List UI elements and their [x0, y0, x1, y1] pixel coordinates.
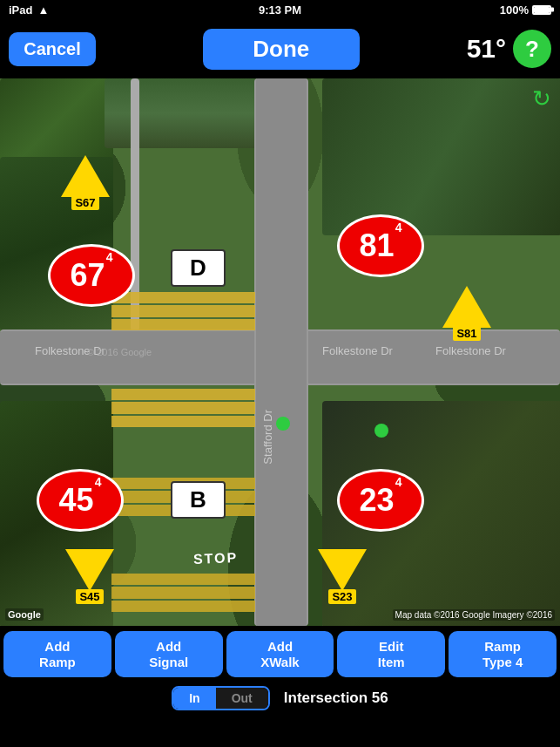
add-xwalk-button[interactable]: Add XWalk: [226, 631, 334, 677]
top-toolbar: Cancel Done 51° ?: [0, 19, 560, 78]
ramp-type-line1: Ramp: [484, 639, 521, 655]
crosswalk-stripe: [111, 305, 255, 316]
tree-patch-tr: [322, 78, 560, 235]
green-dot-1: [276, 417, 290, 431]
stafford-road: [254, 78, 308, 626]
tree-patch-tl: [0, 78, 113, 166]
help-icon: ?: [525, 36, 539, 63]
green-dot-2: [374, 424, 388, 438]
badge-23-number: 23: [360, 485, 395, 516]
triangle-shape-s23: [318, 549, 367, 591]
edit-item-line2: Item: [378, 655, 405, 670]
in-out-toggle: In Out: [172, 686, 270, 710]
ramp-type-line2: Type 4: [482, 655, 523, 670]
badge-23-sup: 4: [395, 475, 402, 489]
google-watermark: Google: [5, 608, 44, 621]
carrier-label: iPad: [9, 3, 32, 17]
battery-icon: [532, 5, 551, 15]
triangle-label-s23: S23: [328, 589, 355, 604]
triangle-label-s45: S45: [76, 589, 103, 604]
add-ramp-button[interactable]: Add Ramp: [3, 631, 111, 677]
add-xwalk-line2: XWalk: [260, 655, 299, 670]
intersection-label: Intersection 56: [284, 689, 388, 707]
triangle-shape-s45: [65, 549, 114, 591]
badge-81-number: 81: [360, 230, 395, 261]
crosswalk-lower-bottom: [111, 574, 255, 612]
folkestone-label-2: Folkestone Dr: [322, 344, 393, 357]
badge-45-number: 45: [59, 485, 94, 516]
badge-45[interactable]: 454: [37, 469, 124, 532]
battery-fill: [534, 7, 550, 13]
stop-sign: STOP: [193, 550, 239, 567]
stafford-label: Stafford Dr: [261, 410, 274, 465]
crosswalk-stripe: [111, 416, 255, 427]
folkestone-label-3: Folkestone Dr: [435, 344, 506, 357]
toggle-out-button[interactable]: Out: [216, 688, 268, 709]
refresh-icon[interactable]: ↻: [532, 85, 551, 112]
badge-45-sup: 4: [95, 475, 102, 489]
triangle-s23[interactable]: S23: [318, 549, 367, 604]
add-ramp-line2: Ramp: [39, 655, 76, 670]
triangle-label-s67: S67: [71, 195, 98, 210]
status-right: 100%: [500, 3, 551, 17]
status-left: iPad ▲: [9, 3, 49, 17]
action-buttons: Add Ramp Add Signal Add XWalk Edit Item …: [0, 626, 560, 682]
add-ramp-line1: Add: [44, 639, 70, 655]
done-button[interactable]: Done: [203, 29, 360, 70]
add-signal-line2: Signal: [149, 655, 188, 670]
triangle-label-s81: S81: [453, 326, 480, 341]
crosswalk-stripe: [111, 389, 255, 400]
box-label-d[interactable]: D: [171, 249, 226, 287]
crosswalk-top: [111, 292, 255, 330]
crosswalk-stripe: [111, 402, 255, 413]
triangle-s45[interactable]: S45: [65, 549, 114, 604]
badge-81-sup: 4: [395, 221, 402, 234]
edit-item-line1: Edit: [379, 639, 403, 655]
badge-23[interactable]: 234: [337, 469, 424, 532]
copyright-label: © 2016 Google: [87, 347, 152, 357]
cancel-button[interactable]: Cancel: [9, 32, 96, 66]
crosswalk-stripe: [111, 587, 255, 598]
triangle-shape-s67: [61, 155, 110, 197]
add-signal-button[interactable]: Add Signal: [115, 631, 223, 677]
add-xwalk-line1: Add: [267, 639, 293, 655]
bottom-toolbar: Add Ramp Add Signal Add XWalk Edit Item …: [0, 626, 560, 713]
triangle-s67[interactable]: S67: [61, 155, 110, 210]
road-patch-top: [105, 78, 257, 148]
battery-percent: 100%: [500, 3, 529, 17]
crosswalk-stripe: [111, 319, 255, 330]
edit-item-button[interactable]: Edit Item: [337, 631, 445, 677]
badge-67[interactable]: 674: [48, 244, 135, 307]
status-bar: iPad ▲ 9:13 PM 100%: [0, 0, 560, 19]
toolbar-right: 51° ?: [467, 30, 551, 68]
ramp-type-button[interactable]: Ramp Type 4: [449, 631, 557, 677]
badge-81[interactable]: 814: [337, 214, 424, 277]
triangle-shape-s81: [442, 286, 491, 328]
badge-67-sup: 4: [106, 250, 113, 264]
map-area[interactable]: Folkestone Dr Folkestone Dr Folkestone D…: [0, 78, 560, 626]
crosswalk-stripe: [111, 574, 255, 585]
add-signal-line1: Add: [156, 639, 181, 655]
map-attribution: Map data ©2016 Google Imagery ©2016: [393, 609, 555, 621]
triangle-s81[interactable]: S81: [442, 286, 491, 341]
temperature-display: 51°: [467, 34, 506, 64]
crosswalk-stripe: [111, 601, 255, 612]
wifi-icon: ▲: [37, 3, 49, 17]
help-button[interactable]: ?: [513, 30, 551, 68]
crosswalk-bottom: [111, 389, 255, 427]
crosswalk-stripe: [111, 292, 255, 303]
badge-67-number: 67: [71, 260, 105, 291]
time-display: 9:13 PM: [259, 3, 301, 17]
box-label-b[interactable]: B: [171, 481, 226, 519]
bottom-status: In Out Intersection 56: [0, 682, 560, 713]
toggle-in-button[interactable]: In: [173, 688, 215, 709]
